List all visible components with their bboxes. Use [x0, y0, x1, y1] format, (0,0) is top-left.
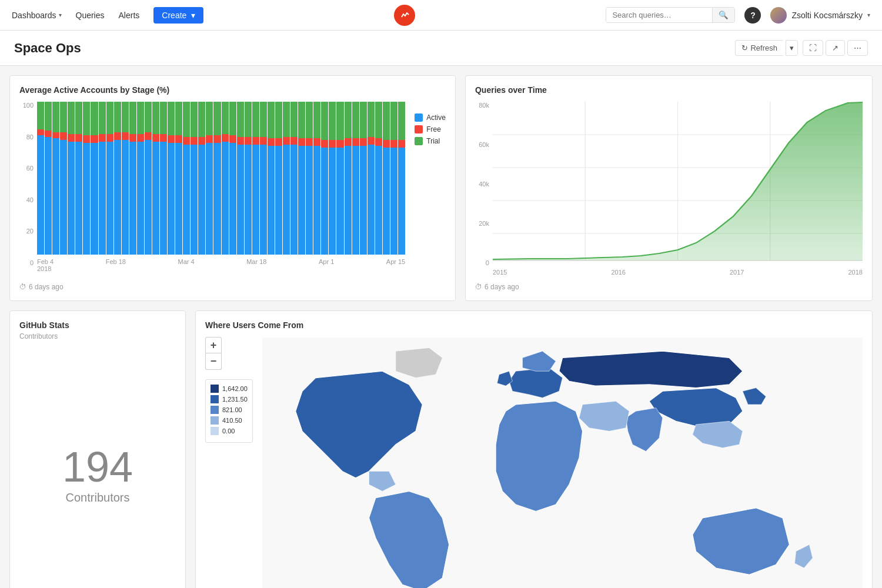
bar-col[interactable] [160, 102, 167, 255]
legend-color-5 [211, 427, 219, 435]
bar-col[interactable] [383, 102, 390, 255]
bar-col[interactable] [106, 102, 113, 255]
top-navigation: Dashboards ▾ Queries Alerts Create ▾ 🔍 ? [0, 0, 882, 31]
dashboards-chevron[interactable]: ▾ [59, 12, 62, 18]
bottom-widget-row: GitHub Stats Contributors 194 Contributo… [9, 310, 873, 588]
help-button[interactable]: ? [744, 7, 761, 24]
chart2-x-axis: 2015 2016 2017 2018 [493, 269, 863, 276]
user-menu[interactable]: Zsolti Kocsmárszky ▾ [770, 7, 870, 24]
user-chevron-icon[interactable]: ▾ [867, 12, 870, 18]
refresh-dropdown-button[interactable]: ▾ [786, 40, 798, 56]
nav-right: 🔍 ? Zsolti Kocsmárszky ▾ [606, 7, 870, 24]
bar-col[interactable] [206, 102, 213, 255]
bar-col[interactable] [283, 102, 290, 255]
avatar [770, 7, 787, 24]
bar-col[interactable] [137, 102, 144, 255]
bar-col[interactable] [329, 102, 336, 255]
bar-col[interactable] [298, 102, 305, 255]
refresh-button[interactable]: ↻ Refresh [735, 40, 783, 56]
chart2-footer: ⏱ 6 days ago [475, 283, 863, 291]
bar-col[interactable] [229, 102, 236, 255]
alerts-link[interactable]: Alerts [119, 11, 140, 20]
bar-col[interactable] [213, 102, 220, 255]
bar-col[interactable] [321, 102, 328, 255]
refresh-icon: ↻ [741, 44, 748, 52]
bar-col[interactable] [91, 102, 98, 255]
bar-col[interactable] [99, 102, 106, 255]
chart2-y-axis: 80k 60k 40k 20k 0 [475, 102, 493, 266]
page-title: Space Ops [14, 41, 81, 56]
bar-col[interactable] [37, 102, 44, 255]
create-button[interactable]: Create ▾ [153, 7, 203, 24]
legend-item-5: 0.00 [211, 427, 248, 435]
bar-col[interactable] [306, 102, 313, 255]
chart1-x-axis: Feb 42018 Feb 18 Mar 4 Mar 18 Apr 1 Apr … [37, 258, 405, 272]
nav-center [218, 5, 592, 26]
legend-color-1 [211, 385, 219, 393]
chart1-y-axis: 100 80 60 40 20 0 [19, 102, 37, 266]
bar-col[interactable] [398, 102, 405, 255]
bar-col[interactable] [345, 102, 352, 255]
bar-col[interactable] [368, 102, 375, 255]
bar-col[interactable] [252, 102, 259, 255]
bar-col[interactable] [52, 102, 59, 255]
bar-col[interactable] [122, 102, 129, 255]
legend-active-color [415, 113, 423, 122]
zoom-in-button[interactable]: + [205, 337, 222, 353]
dashboards-nav[interactable]: Dashboards ▾ [12, 11, 62, 20]
bar-col[interactable] [75, 102, 82, 255]
bar-col[interactable] [60, 102, 67, 255]
app-logo [394, 5, 415, 26]
github-subtitle: Contributors [19, 332, 176, 340]
search-input[interactable] [606, 8, 712, 22]
bar-col[interactable] [268, 102, 275, 255]
dashboards-link[interactable]: Dashboards [12, 11, 56, 20]
legend-color-3 [211, 406, 219, 414]
create-chevron-icon: ▾ [191, 11, 195, 20]
chart1-title: Average Active Accounts by Stage (%) [19, 85, 446, 95]
username-label: Zsolti Kocsmárszky [791, 11, 863, 20]
github-title: GitHub Stats [19, 320, 176, 330]
bar-col[interactable] [114, 102, 121, 255]
bar-col[interactable] [275, 102, 282, 255]
share-icon: ↗ [832, 44, 838, 52]
bar-col[interactable] [191, 102, 198, 255]
map-title: Where Users Come From [205, 320, 863, 330]
expand-button[interactable]: ⛶ [803, 40, 823, 56]
bar-col[interactable] [245, 102, 252, 255]
bar-col[interactable] [83, 102, 90, 255]
bar-col[interactable] [390, 102, 397, 255]
queries-link[interactable]: Queries [76, 11, 105, 20]
bar-col[interactable] [336, 102, 343, 255]
main-content: Average Active Accounts by Stage (%) 100… [0, 66, 882, 588]
bar-col[interactable] [375, 102, 382, 255]
bar-col[interactable] [198, 102, 205, 255]
bar-col[interactable] [68, 102, 75, 255]
bar-col[interactable] [313, 102, 320, 255]
bar-col[interactable] [145, 102, 152, 255]
bar-col[interactable] [260, 102, 267, 255]
zoom-out-button[interactable]: − [205, 353, 222, 370]
bar-col[interactable] [183, 102, 190, 255]
bar-col[interactable] [360, 102, 367, 255]
bar-col[interactable] [168, 102, 175, 255]
bar-col[interactable] [222, 102, 229, 255]
search-box[interactable]: 🔍 [606, 7, 735, 23]
clock-icon: ⏱ [19, 283, 26, 291]
bar-col[interactable] [237, 102, 244, 255]
world-map [262, 337, 863, 588]
github-stats-widget: GitHub Stats Contributors 194 Contributo… [9, 310, 186, 588]
more-options-button[interactable]: ⋯ [847, 40, 868, 56]
bar-col[interactable] [152, 102, 159, 255]
legend-item-1: 1,642.00 [211, 385, 248, 393]
bar-col[interactable] [175, 102, 182, 255]
legend-free: Free [415, 125, 446, 133]
bar-col[interactable] [352, 102, 359, 255]
bar-col[interactable] [290, 102, 298, 255]
bar-col[interactable] [45, 102, 52, 255]
share-button[interactable]: ↗ [826, 40, 845, 56]
search-button[interactable]: 🔍 [712, 8, 734, 22]
search-icon: 🔍 [719, 11, 729, 19]
legend-color-2 [211, 395, 219, 403]
bar-col[interactable] [129, 102, 136, 255]
